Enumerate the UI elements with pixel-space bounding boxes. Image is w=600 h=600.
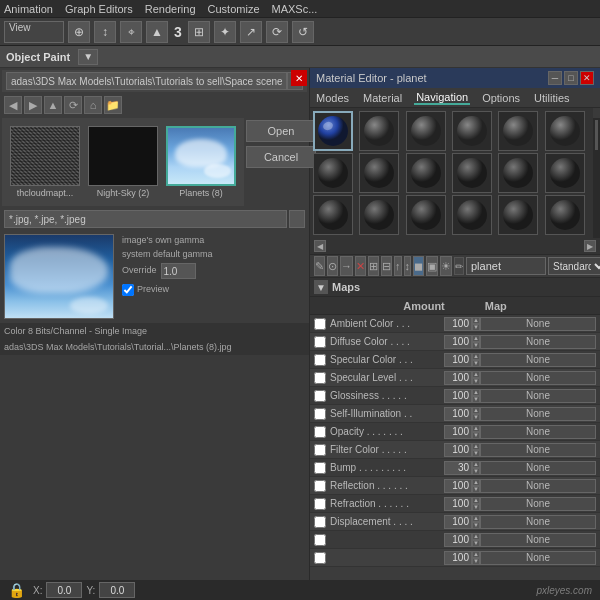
scrollbar-thumb[interactable] — [595, 120, 598, 150]
toolbar-icon-6[interactable]: ✦ — [214, 21, 236, 43]
mat-menu-modes[interactable]: Modes — [314, 92, 351, 104]
x-input[interactable] — [46, 582, 82, 598]
toolbar-icon-7[interactable]: ↗ — [240, 21, 262, 43]
spin-up-2[interactable]: ▲ — [472, 353, 480, 360]
file-filter-dropdown-btn[interactable] — [289, 210, 305, 228]
mat-type-dropdown[interactable]: Standard — [548, 257, 600, 275]
object-paint-dropdown-btn[interactable]: ▼ — [78, 49, 98, 65]
mat-tool-eyedropper[interactable]: ✎ — [314, 256, 325, 276]
maps-amount-input-2[interactable] — [444, 353, 472, 367]
spin-up-10[interactable]: ▲ — [472, 497, 480, 504]
maps-checkbox-12[interactable] — [314, 534, 326, 546]
mat-tool-pick[interactable]: ⊙ — [327, 256, 338, 276]
maps-map-btn-7[interactable]: None — [480, 443, 596, 457]
mat-tool-assign[interactable]: → — [340, 256, 353, 276]
maps-amount-input-5[interactable] — [444, 407, 472, 421]
spin-down-2[interactable]: ▼ — [472, 360, 480, 367]
spin-up-8[interactable]: ▲ — [472, 461, 480, 468]
nav-home-icon[interactable]: ⌂ — [84, 96, 102, 114]
cancel-button[interactable]: Cancel — [246, 146, 316, 168]
mat-tool-go-sibling[interactable]: ↕ — [404, 256, 412, 276]
toolbar-icon-8[interactable]: ⟳ — [266, 21, 288, 43]
spin-up-5[interactable]: ▲ — [472, 407, 480, 414]
sphere-cell-6[interactable] — [545, 111, 585, 151]
spin-up-11[interactable]: ▲ — [472, 515, 480, 522]
sphere-cell-8[interactable] — [359, 153, 399, 193]
toolbar-icon-5[interactable]: ⊞ — [188, 21, 210, 43]
toolbar-icon-4[interactable]: ▲ — [146, 21, 168, 43]
maps-checkbox-8[interactable] — [314, 462, 326, 474]
menu-customize[interactable]: Customize — [208, 3, 260, 15]
maximize-btn[interactable]: □ — [564, 71, 578, 85]
sphere-cell-16[interactable] — [452, 195, 492, 235]
sphere-cell-14[interactable] — [359, 195, 399, 235]
maps-amount-input-0[interactable] — [444, 317, 472, 331]
maps-amount-input-3[interactable] — [444, 371, 472, 385]
mat-tool-copy[interactable]: ⊞ — [368, 256, 379, 276]
spin-down-8[interactable]: ▼ — [472, 468, 480, 475]
sphere-cell-18[interactable] — [545, 195, 585, 235]
spin-down-11[interactable]: ▼ — [472, 522, 480, 529]
close-mat-btn[interactable]: ✕ — [580, 71, 594, 85]
spin-up-4[interactable]: ▲ — [472, 389, 480, 396]
maps-checkbox-11[interactable] — [314, 516, 326, 528]
y-input[interactable] — [99, 582, 135, 598]
maps-amount-input-6[interactable] — [444, 425, 472, 439]
mat-tool-show-map[interactable]: ◼ — [413, 256, 424, 276]
menu-graph-editors[interactable]: Graph Editors — [65, 3, 133, 15]
maps-map-btn-0[interactable]: None — [480, 317, 596, 331]
maps-checkbox-2[interactable] — [314, 354, 326, 366]
close-button[interactable]: ✕ — [291, 70, 307, 86]
spin-up-3[interactable]: ▲ — [472, 371, 480, 378]
sphere-cell-15[interactable] — [406, 195, 446, 235]
scroll-right-btn[interactable]: ▶ — [584, 240, 596, 252]
maps-checkbox-5[interactable] — [314, 408, 326, 420]
spin-up-1[interactable]: ▲ — [472, 335, 480, 342]
sphere-cell-4[interactable] — [452, 111, 492, 151]
maps-checkbox-4[interactable] — [314, 390, 326, 402]
maps-map-btn-2[interactable]: None — [480, 353, 596, 367]
maps-map-btn-3[interactable]: None — [480, 371, 596, 385]
nav-folder-icon[interactable]: 📁 — [104, 96, 122, 114]
maps-amount-input-4[interactable] — [444, 389, 472, 403]
maps-checkbox-7[interactable] — [314, 444, 326, 456]
maps-map-btn-1[interactable]: None — [480, 335, 596, 349]
preview-checkbox-input[interactable] — [122, 284, 134, 296]
spin-down-4[interactable]: ▼ — [472, 396, 480, 403]
maps-map-btn-9[interactable]: None — [480, 479, 596, 493]
sphere-cell-1[interactable] — [313, 111, 353, 151]
nav-up-icon[interactable]: ▲ — [44, 96, 62, 114]
minimize-btn[interactable]: ─ — [548, 71, 562, 85]
toolbar-icon-2[interactable]: ↕ — [94, 21, 116, 43]
spin-up-7[interactable]: ▲ — [472, 443, 480, 450]
spin-down-1[interactable]: ▼ — [472, 342, 480, 349]
spheres-scrollbar[interactable] — [592, 108, 600, 238]
collapse-arrow[interactable]: ▼ — [314, 280, 328, 294]
nav-back-icon[interactable]: ◀ — [4, 96, 22, 114]
mat-tool-go-parent[interactable]: ↑ — [394, 256, 402, 276]
spin-down-5[interactable]: ▼ — [472, 414, 480, 421]
nav-refresh-icon[interactable]: ⟳ — [64, 96, 82, 114]
maps-amount-input-12[interactable] — [444, 533, 472, 547]
sphere-cell-3[interactable] — [406, 111, 446, 151]
mat-name-input[interactable] — [466, 257, 546, 275]
spin-up-6[interactable]: ▲ — [472, 425, 480, 432]
sphere-cell-11[interactable] — [498, 153, 538, 193]
maps-amount-input-13[interactable] — [444, 551, 472, 565]
sphere-cell-13[interactable] — [313, 195, 353, 235]
maps-map-btn-8[interactable]: None — [480, 461, 596, 475]
mat-tool-backlight[interactable]: ☀ — [440, 256, 452, 276]
maps-map-btn-5[interactable]: None — [480, 407, 596, 421]
maps-checkbox-3[interactable] — [314, 372, 326, 384]
toolbar-icon-1[interactable]: ⊕ — [68, 21, 90, 43]
spin-down-12[interactable]: ▼ — [472, 540, 480, 547]
spin-down-0[interactable]: ▼ — [472, 324, 480, 331]
view-dropdown[interactable]: View — [4, 21, 64, 43]
maps-map-btn-10[interactable]: None — [480, 497, 596, 511]
maps-checkbox-13[interactable] — [314, 552, 326, 564]
mat-tool-paste[interactable]: ⊟ — [381, 256, 392, 276]
spin-up-9[interactable]: ▲ — [472, 479, 480, 486]
maps-checkbox-10[interactable] — [314, 498, 326, 510]
maps-map-btn-11[interactable]: None — [480, 515, 596, 529]
sphere-cell-7[interactable] — [313, 153, 353, 193]
